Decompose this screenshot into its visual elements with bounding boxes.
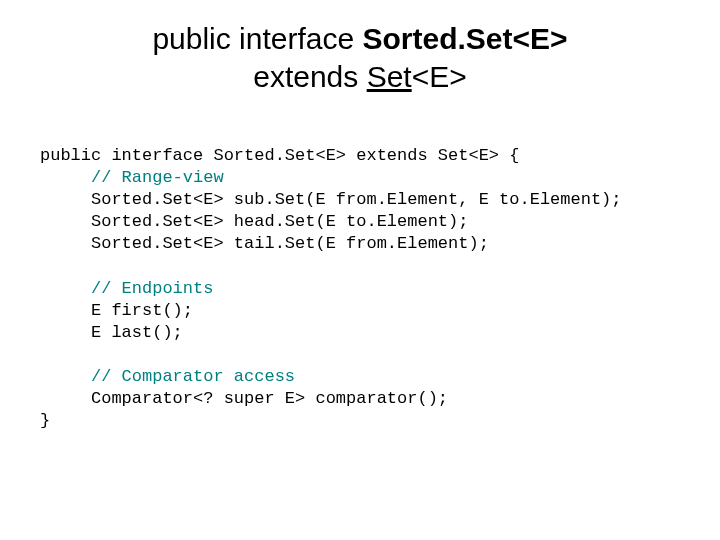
code-comment: // Comparator access	[40, 367, 295, 386]
title-line1-plain: public interface	[152, 22, 362, 55]
code-line: Sorted.Set<E> head.Set(E to.Element);	[40, 212, 468, 231]
code-line: Sorted.Set<E> sub.Set(E from.Element, E …	[40, 190, 622, 209]
code-line: public interface Sorted.Set<E> extends S…	[40, 146, 519, 165]
title-line2-tail: <E>	[412, 60, 467, 93]
code-comment: // Range-view	[40, 168, 224, 187]
code-line: E first();	[40, 301, 193, 320]
slide-title: public interface Sorted.Set<E> extends S…	[40, 20, 680, 95]
code-line: }	[40, 411, 50, 430]
code-line: Comparator<? super E> comparator();	[40, 389, 448, 408]
title-line2-plain: extends	[253, 60, 366, 93]
slide: public interface Sorted.Set<E> extends S…	[0, 0, 720, 474]
code-comment: // Endpoints	[40, 279, 213, 298]
title-line1-bold: Sorted.Set<E>	[363, 22, 568, 55]
code-line: Sorted.Set<E> tail.Set(E from.Element);	[40, 234, 489, 253]
code-line: E last();	[40, 323, 183, 342]
title-line2-link: Set	[367, 60, 412, 93]
code-block: public interface Sorted.Set<E> extends S…	[40, 123, 680, 454]
